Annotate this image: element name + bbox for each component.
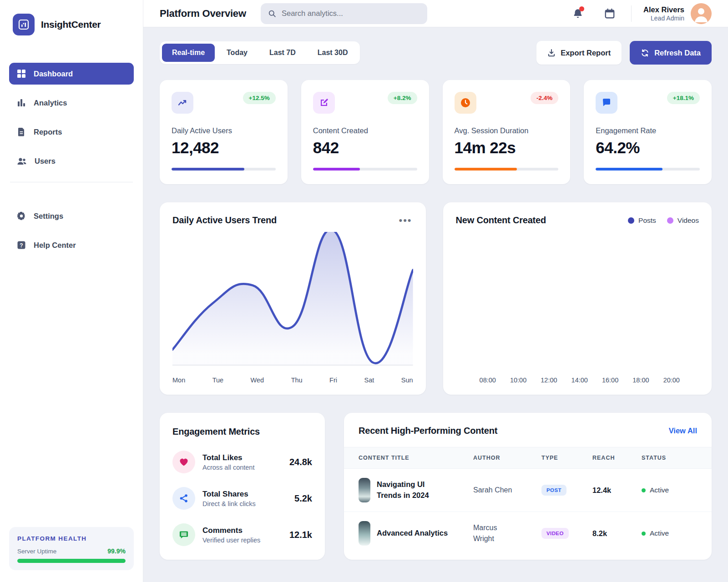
stat-value: 12,482 <box>172 139 276 157</box>
table-row[interactable]: Advanced Analytics Marcus Wright VIDEO 8… <box>344 512 712 555</box>
sidebar-item-reports[interactable]: Reports <box>9 121 134 143</box>
comment-icon <box>172 523 195 546</box>
brand: InsightCenter <box>9 10 134 35</box>
sidebar-item-users[interactable]: Users <box>9 150 134 172</box>
notification-badge <box>579 6 584 11</box>
more-options-icon[interactable]: ••• <box>398 216 413 225</box>
stat-progress-fill <box>313 168 360 171</box>
reports-icon <box>16 127 26 137</box>
search-icon <box>268 9 276 18</box>
author-name: Marcus Wright <box>473 522 514 544</box>
legend-item-posts: Posts <box>628 216 656 225</box>
tab-last-30d[interactable]: Last 30D <box>308 44 358 62</box>
table-row[interactable]: Navigating UI Trends in 2024 Sarah Chen … <box>344 469 712 512</box>
stat-label: Avg. Session Duration <box>455 126 559 135</box>
x-tick: 08:00 <box>480 376 496 384</box>
refresh-icon <box>641 49 649 57</box>
trend-x-axis-labels: Mon Tue Wed Thu Fri Sat Sun <box>172 376 413 384</box>
chart-title: Daily Active Users Trend <box>172 215 277 226</box>
new-content-created-card: New Content Created Posts Videos <box>443 202 712 395</box>
sidebar-item-settings[interactable]: Settings <box>9 205 134 227</box>
sidebar: InsightCenter Dashboard Analytics Report… <box>0 0 143 582</box>
heart-icon <box>172 451 195 473</box>
download-icon <box>547 49 556 57</box>
status-dot <box>642 488 646 492</box>
reach-value: 12.4k <box>592 486 642 495</box>
sidebar-item-label: Analytics <box>34 99 67 107</box>
share-icon <box>172 487 195 510</box>
x-tick: Mon <box>172 376 185 384</box>
calendar-button[interactable] <box>602 6 617 21</box>
content-title: Advanced Analytics <box>377 528 448 539</box>
x-tick: 14:00 <box>571 376 588 384</box>
user-role: Lead Admin <box>643 15 684 22</box>
metric-row-total-likes: Total Likes Across all content 24.8k <box>172 451 312 473</box>
top-bar: Platform Overview <box>143 0 728 27</box>
chart-legend: Posts Videos <box>628 216 699 225</box>
stat-card-content-created: +8.2% Content Created 842 <box>301 80 429 184</box>
metric-value: 5.2k <box>294 493 312 504</box>
sidebar-item-label: Settings <box>34 212 63 221</box>
sidebar-item-analytics[interactable]: Analytics <box>9 92 134 114</box>
trend-up-icon <box>172 92 193 114</box>
stat-progress-track <box>313 168 417 171</box>
search-input[interactable] <box>282 9 420 18</box>
metric-subtitle: Verified user replies <box>202 537 260 544</box>
column-header-content-title: CONTENT TITLE <box>359 455 473 461</box>
author-name: Sarah Chen <box>473 485 514 496</box>
x-tick: 12:00 <box>541 376 557 384</box>
metric-value: 24.8k <box>289 457 312 467</box>
stat-progress-fill <box>172 168 244 171</box>
brand-name: InsightCenter <box>41 19 101 30</box>
chat-icon <box>596 92 617 114</box>
secondary-nav: Settings ? Help Center <box>9 205 134 256</box>
search-box[interactable] <box>261 3 427 24</box>
time-range-tabs: Real-time Today Last 7D Last 30D <box>160 41 360 64</box>
person-icon <box>691 3 712 24</box>
tab-today[interactable]: Today <box>217 44 258 62</box>
stat-progress-track <box>455 168 559 171</box>
type-badge: VIDEO <box>541 528 569 539</box>
column-header-status: STATUS <box>642 455 697 461</box>
uptime-label: Server Uptime <box>17 548 56 555</box>
view-all-link[interactable]: View All <box>669 426 697 435</box>
x-tick: Wed <box>251 376 264 384</box>
avatar[interactable] <box>691 3 712 24</box>
stat-card-daily-active-users: +12.5% Daily Active Users 12,482 <box>160 80 288 184</box>
uptime-value: 99.9% <box>107 547 126 555</box>
stat-value: 842 <box>313 139 417 157</box>
stat-card-session-duration: -2.4% Avg. Session Duration 14m 22s <box>443 80 571 184</box>
page-title: Platform Overview <box>160 8 246 20</box>
delta-badge: +12.5% <box>243 92 276 104</box>
x-tick: Fri <box>329 376 337 384</box>
main-area: Platform Overview <box>143 0 728 582</box>
export-report-button[interactable]: Export Report <box>536 41 622 65</box>
column-header-author: AUTHOR <box>473 455 541 461</box>
tab-last-7d[interactable]: Last 7D <box>259 44 306 62</box>
stat-value: 14m 22s <box>455 139 559 157</box>
status-badge: Active <box>642 486 697 494</box>
app-logo-icon <box>13 14 35 35</box>
stat-progress-fill <box>455 168 517 171</box>
metric-row-total-shares: Total Shares Direct & link clicks 5.2k <box>172 487 312 510</box>
sidebar-item-help-center[interactable]: ? Help Center <box>9 234 134 256</box>
notifications-button[interactable] <box>570 6 586 21</box>
metric-row-comments: Comments Verified user replies 12.1k <box>172 523 312 546</box>
bottom-row: Engagement Metrics Total Likes Across al… <box>160 413 712 560</box>
content-thumbnail <box>359 478 370 502</box>
refresh-data-button[interactable]: Refresh Data <box>630 41 712 65</box>
stat-card-engagement-rate: +18.1% Engagement Rate 64.2% <box>584 80 712 184</box>
x-tick: 16:00 <box>602 376 618 384</box>
metric-subtitle: Across all content <box>202 464 254 471</box>
metric-subtitle: Direct & link clicks <box>202 500 256 507</box>
type-badge: POST <box>541 485 566 496</box>
clock-icon <box>455 92 476 114</box>
metric-title: Total Shares <box>202 490 256 499</box>
tab-real-time[interactable]: Real-time <box>162 44 215 62</box>
status-dot <box>642 532 646 536</box>
settings-icon <box>16 211 26 221</box>
refresh-data-label: Refresh Data <box>654 49 701 57</box>
x-tick: Sun <box>401 376 413 384</box>
sidebar-item-dashboard[interactable]: Dashboard <box>9 63 134 85</box>
dashboard-icon <box>16 69 26 79</box>
